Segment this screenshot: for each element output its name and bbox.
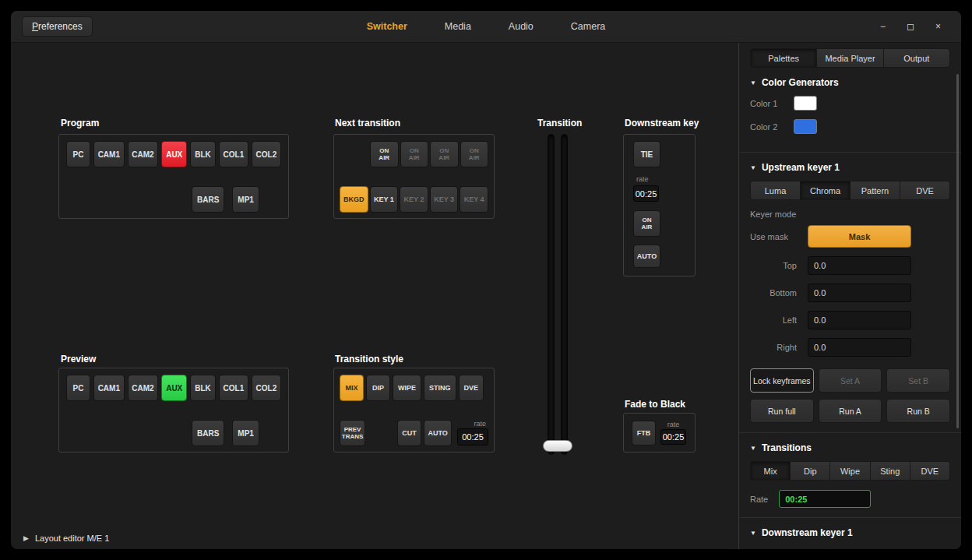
prevtrans-line1: PREV: [344, 426, 361, 433]
transitions-rate-input[interactable]: [779, 490, 871, 508]
side-panel-tabs: Palettes Media Player Output: [750, 48, 950, 68]
program-source-bars[interactable]: BARS: [192, 186, 224, 213]
key4-onair-button[interactable]: ONAIR: [460, 141, 489, 167]
preview-source-bars[interactable]: BARS: [192, 420, 224, 446]
keyer-tab-dve[interactable]: DVE: [900, 181, 949, 199]
style-sting-button[interactable]: STING: [424, 375, 456, 401]
expanded-arrow-icon: ▼: [750, 530, 756, 537]
key2-onair-button[interactable]: ONAIR: [400, 141, 429, 167]
mask-left-input[interactable]: [808, 311, 911, 329]
transitions-tab-mix[interactable]: Mix: [751, 462, 790, 480]
mask-right-input[interactable]: [808, 338, 911, 357]
mask-bottom-row: Bottom: [750, 284, 950, 302]
tab-media-player[interactable]: Media Player: [816, 49, 882, 67]
dsk-auto-button[interactable]: AUTO: [633, 245, 660, 268]
key3-onair-button[interactable]: ONAIR: [430, 141, 459, 167]
set-b-button[interactable]: Set B: [886, 368, 950, 393]
program-source-aux[interactable]: AUX: [161, 141, 187, 167]
lock-keyframes-button[interactable]: Lock keyframes: [750, 368, 814, 393]
keyer-tab-pattern[interactable]: Pattern: [850, 181, 900, 199]
style-mix-button[interactable]: MIX: [340, 375, 364, 401]
use-mask-label: Use mask: [750, 232, 797, 241]
next-key1-button[interactable]: KEY 1: [370, 186, 399, 213]
mask-bottom-input[interactable]: [808, 284, 911, 302]
onair-line1: ON: [379, 147, 389, 154]
transitions-tab-sting[interactable]: Sting: [870, 462, 910, 480]
layout-editor-expander[interactable]: ▶ Layout editor M/E 1: [23, 534, 109, 543]
next-bkgd-button[interactable]: BKGD: [340, 186, 368, 213]
tab-camera[interactable]: Camera: [569, 16, 607, 37]
key1-onair-button[interactable]: ONAIR: [370, 141, 399, 167]
program-source-mp1[interactable]: MP1: [232, 186, 259, 213]
onair-line1: ON: [410, 147, 419, 154]
tab-media[interactable]: Media: [443, 16, 473, 37]
dsk-onair-button[interactable]: ONAIR: [633, 210, 660, 237]
set-a-button[interactable]: Set A: [819, 368, 882, 393]
downstream-keyer-header[interactable]: ▼ Downstream keyer 1: [750, 518, 950, 546]
minimize-icon[interactable]: −: [880, 22, 886, 31]
next-key2-button[interactable]: KEY 2: [400, 186, 428, 213]
preview-row2: BARS MP1: [192, 420, 281, 446]
transitions-tab-dve[interactable]: DVE: [910, 462, 949, 480]
program-source-col2[interactable]: COL2: [252, 141, 281, 167]
program-source-col1[interactable]: COL1: [219, 141, 248, 167]
next-key4-button[interactable]: KEY 4: [460, 186, 488, 213]
preview-source-aux[interactable]: AUX: [161, 375, 187, 401]
preview-title: Preview: [61, 354, 96, 365]
preview-source-pc[interactable]: PC: [66, 375, 90, 401]
transition-rate-value[interactable]: 00:25: [457, 428, 488, 446]
preview-source-cam1[interactable]: CAM1: [93, 375, 125, 401]
tab-palettes[interactable]: Palettes: [751, 49, 816, 67]
transitions-tab-wipe[interactable]: Wipe: [829, 462, 869, 480]
ftb-button[interactable]: FTB: [632, 421, 656, 446]
preview-source-blk[interactable]: BLK: [190, 375, 216, 401]
layout-editor-label: Layout editor M/E 1: [35, 534, 109, 543]
downstream-keyer-title: Downstream keyer 1: [762, 527, 853, 538]
color2-row: Color 2: [750, 119, 950, 134]
main-nav: Switcher Media Audio Camera: [365, 16, 608, 37]
tab-output[interactable]: Output: [883, 49, 949, 67]
side-panel-scrollbar[interactable]: [956, 74, 959, 428]
keyer-mode-label: Keyer mode: [750, 210, 950, 219]
style-wipe-button[interactable]: WIPE: [393, 375, 421, 401]
transitions-tab-dip[interactable]: Dip: [790, 462, 829, 480]
style-dve-button[interactable]: DVE: [459, 375, 484, 401]
run-b-button[interactable]: Run B: [886, 399, 950, 423]
keyer-tab-chroma[interactable]: Chroma: [800, 181, 850, 199]
color2-swatch[interactable]: [794, 119, 817, 134]
color1-swatch[interactable]: [794, 96, 817, 111]
next-key3-button[interactable]: KEY 3: [430, 186, 459, 213]
maximize-icon[interactable]: ◻: [907, 22, 914, 31]
mask-toggle-button[interactable]: Mask: [808, 225, 911, 248]
preferences-button[interactable]: Preferences: [22, 16, 93, 37]
preview-source-col2[interactable]: COL2: [252, 375, 281, 401]
auto-transition-button[interactable]: AUTO: [424, 420, 452, 446]
preview-source-col1[interactable]: COL1: [219, 375, 248, 401]
preview-source-cam2[interactable]: CAM2: [128, 375, 159, 401]
program-source-cam1[interactable]: CAM1: [93, 141, 125, 167]
tab-switcher[interactable]: Switcher: [365, 16, 409, 37]
color-generators-header[interactable]: ▼ Color Generators: [750, 68, 950, 96]
tbar-handle[interactable]: [543, 440, 572, 452]
fade-to-black-panel: FTB rate 00:25: [623, 413, 696, 453]
dsk-rate-value[interactable]: 00:25: [633, 185, 659, 202]
style-dip-button[interactable]: DIP: [366, 375, 390, 401]
transitions-header[interactable]: ▼ Transitions: [750, 433, 950, 461]
program-source-cam2[interactable]: CAM2: [128, 141, 159, 167]
keyer-tab-luma[interactable]: Luma: [751, 181, 800, 199]
mask-top-input[interactable]: [808, 256, 911, 275]
ftb-rate-value[interactable]: 00:25: [660, 429, 686, 445]
run-a-button[interactable]: Run A: [819, 399, 882, 423]
mask-right-label: Right: [750, 343, 797, 352]
tab-audio[interactable]: Audio: [507, 16, 535, 37]
dsk-tie-button[interactable]: TIE: [633, 141, 660, 167]
program-source-blk[interactable]: BLK: [190, 141, 216, 167]
close-icon[interactable]: ×: [935, 22, 941, 31]
upstream-keyer-header[interactable]: ▼ Upstream keyer 1: [750, 153, 950, 181]
prev-trans-button[interactable]: PREVTRANS: [340, 420, 365, 446]
cut-button[interactable]: CUT: [397, 420, 421, 446]
run-full-button[interactable]: Run full: [750, 399, 814, 423]
preview-source-mp1[interactable]: MP1: [232, 420, 259, 446]
program-source-pc[interactable]: PC: [66, 141, 90, 167]
mask-right-row: Right: [750, 338, 950, 357]
